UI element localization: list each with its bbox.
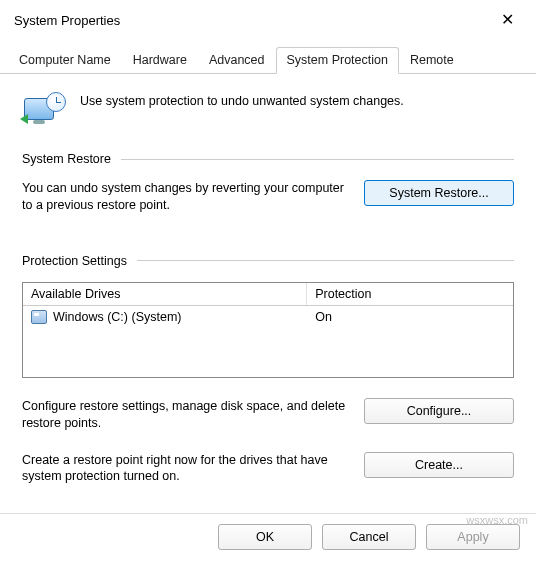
drive-icon [31,310,47,324]
ok-button[interactable]: OK [218,524,312,550]
configure-row: Configure restore settings, manage disk … [22,398,514,432]
drive-name: Windows (C:) (System) [53,310,181,324]
create-row: Create a restore point right now for the… [22,452,514,486]
protection-settings-heading: Protection Settings [22,254,127,268]
tab-remote[interactable]: Remote [399,47,465,74]
intro-row: Use system protection to undo unwanted s… [22,92,514,132]
create-button[interactable]: Create... [364,452,514,478]
section-label-settings: Protection Settings [22,254,514,268]
tab-hardware[interactable]: Hardware [122,47,198,74]
col-header-drives[interactable]: Available Drives [23,283,307,305]
section-label-restore: System Restore [22,152,514,166]
divider [137,260,514,261]
create-description: Create a restore point right now for the… [22,452,346,486]
tabstrip: Computer Name Hardware Advanced System P… [0,36,536,74]
restore-row: You can undo system changes by reverting… [22,180,514,214]
system-properties-window: System Properties ✕ Computer Name Hardwa… [0,0,536,564]
titlebar: System Properties ✕ [0,0,536,36]
system-restore-button[interactable]: System Restore... [364,180,514,206]
system-restore-heading: System Restore [22,152,111,166]
drive-list-header: Available Drives Protection [23,283,513,306]
dialog-footer: OK Cancel Apply [0,513,536,564]
table-row[interactable]: Windows (C:) (System) On [23,306,513,328]
drive-list[interactable]: Available Drives Protection Windows (C:)… [22,282,514,378]
configure-description: Configure restore settings, manage disk … [22,398,346,432]
window-title: System Properties [14,13,120,28]
close-icon[interactable]: ✕ [493,8,522,32]
cancel-button[interactable]: Cancel [322,524,416,550]
system-restore-icon [22,92,66,132]
col-header-protection[interactable]: Protection [307,283,513,305]
configure-button[interactable]: Configure... [364,398,514,424]
tab-computer-name[interactable]: Computer Name [8,47,122,74]
apply-button[interactable]: Apply [426,524,520,550]
tabpanel-system-protection: Use system protection to undo unwanted s… [0,74,536,513]
intro-text: Use system protection to undo unwanted s… [80,92,404,108]
drive-protection-status: On [307,306,513,328]
divider [121,159,514,160]
restore-description: You can undo system changes by reverting… [22,180,346,214]
tab-advanced[interactable]: Advanced [198,47,276,74]
tab-system-protection[interactable]: System Protection [276,47,399,74]
